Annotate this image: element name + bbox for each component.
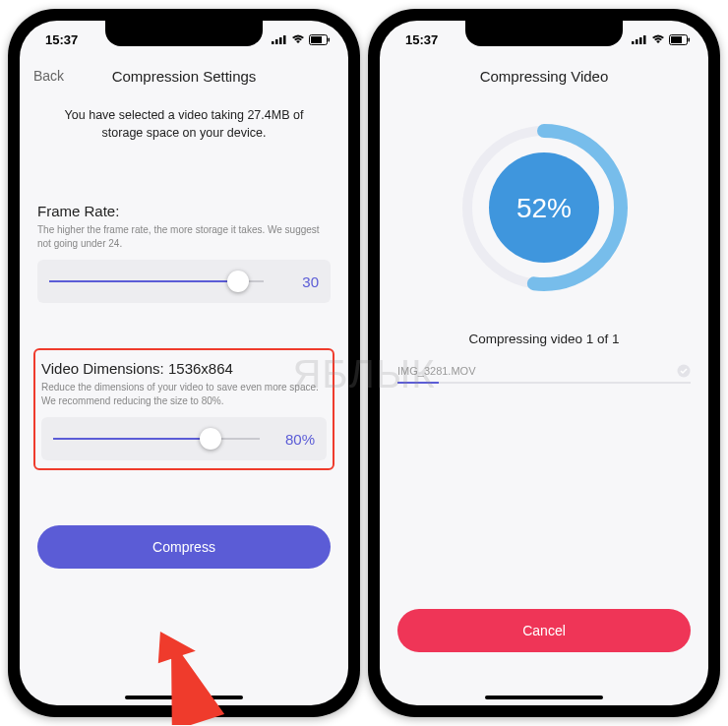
signal-icon xyxy=(272,34,287,44)
compress-button[interactable]: Compress xyxy=(37,525,331,569)
svg-rect-5 xyxy=(311,36,322,43)
notch xyxy=(465,21,623,46)
dimensions-value: 80% xyxy=(273,431,315,448)
frame-rate-slider[interactable] xyxy=(49,270,264,293)
signal-icon xyxy=(632,34,647,44)
nav-bar: Back Compression Settings xyxy=(20,58,348,93)
svg-rect-8 xyxy=(632,41,635,44)
progress-ring: 52% xyxy=(455,119,633,296)
frame-rate-value: 30 xyxy=(277,273,319,290)
progress-status: Compressing video 1 of 1 xyxy=(380,332,708,346)
svg-rect-6 xyxy=(329,37,331,41)
page-title: Compression Settings xyxy=(33,68,334,85)
phone-right: 15:37 Compressing Video 52% Compress xyxy=(368,9,720,717)
progress-ring-wrap: 52% xyxy=(380,93,708,296)
status-icons xyxy=(272,34,331,45)
status-icons xyxy=(632,34,691,45)
phone-left: 15:37 Back Compression Settings You have… xyxy=(8,9,360,717)
frame-rate-section: Frame Rate: The higher the frame rate, t… xyxy=(20,187,348,309)
page-subtitle: You have selected a video taking 27.4MB … xyxy=(20,93,348,151)
wifi-icon xyxy=(651,34,665,44)
dimensions-highlight: Video Dimensions: 1536x864 Reduce the di… xyxy=(33,348,334,470)
svg-rect-10 xyxy=(639,37,642,44)
dimensions-slider[interactable] xyxy=(53,427,260,451)
file-progress xyxy=(397,382,691,384)
check-icon xyxy=(677,364,691,378)
status-time: 15:37 xyxy=(45,32,78,47)
cancel-button[interactable]: Cancel xyxy=(397,609,691,652)
status-time: 15:37 xyxy=(405,32,438,47)
home-indicator[interactable] xyxy=(125,696,243,699)
wifi-icon xyxy=(291,34,305,44)
dimensions-title: Video Dimensions: 1536x864 xyxy=(41,360,327,377)
page-title: Compressing Video xyxy=(394,68,695,85)
svg-rect-9 xyxy=(636,39,638,44)
notch xyxy=(105,21,263,46)
battery-icon xyxy=(669,34,691,45)
svg-rect-1 xyxy=(275,39,278,44)
svg-rect-14 xyxy=(689,37,691,41)
battery-icon xyxy=(309,34,331,45)
home-indicator[interactable] xyxy=(485,696,603,699)
svg-rect-11 xyxy=(643,35,646,44)
svg-rect-2 xyxy=(279,37,282,44)
file-name: IMG_3281.MOV xyxy=(397,365,475,377)
dimensions-desc: Reduce the dimensions of your video to s… xyxy=(41,381,327,407)
progress-percent: 52% xyxy=(516,193,572,223)
frame-rate-desc: The higher the frame rate, the more stor… xyxy=(37,223,331,250)
svg-rect-0 xyxy=(272,41,274,44)
svg-rect-3 xyxy=(283,35,286,44)
frame-rate-title: Frame Rate: xyxy=(37,203,331,219)
file-row: IMG_3281.MOV xyxy=(397,364,691,378)
svg-rect-13 xyxy=(671,36,682,43)
nav-bar: Compressing Video xyxy=(380,58,708,93)
